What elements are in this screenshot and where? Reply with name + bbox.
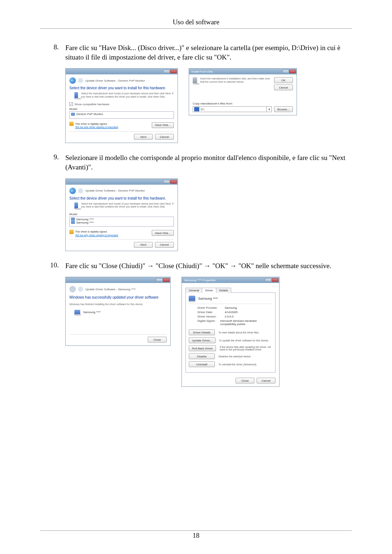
model-name: Generic PnP Monitor — [76, 112, 103, 116]
device-name: Samsung **** — [83, 311, 101, 314]
dialog-info: Select the manufacturer and model of you… — [81, 92, 174, 98]
model-label: Model — [69, 107, 174, 111]
nav-bar: ← Update Driver Software - Generic PnP M… — [69, 77, 174, 84]
cancel-button[interactable]: Cancel — [155, 242, 174, 248]
step-8: 8. Fare clic su "Have Disk... (Disco dri… — [40, 43, 352, 62]
list-item[interactable]: Samsung **** — [71, 218, 172, 221]
properties-dialog: Samsung **** Properties General Driver D… — [181, 277, 279, 387]
value: 4/14/2005 — [225, 311, 238, 314]
model-list[interactable]: Generic PnP Monitor — [69, 111, 174, 119]
browse-button[interactable]: Browse... — [274, 106, 293, 112]
step-text: Selezionare il modello che corrisponde a… — [65, 153, 352, 172]
checkbox-icon: ✓ — [69, 102, 73, 106]
label: Driver Date: — [197, 311, 225, 314]
step-10-figures: ← Update Driver Software - Samsung **** … — [40, 277, 352, 387]
help-icon[interactable] — [282, 70, 289, 73]
back-icon[interactable]: ← — [69, 188, 76, 194]
close-icon[interactable] — [289, 70, 296, 73]
model-name: Samsung **** — [76, 221, 94, 224]
title-text: Samsung **** Properties — [183, 279, 216, 282]
model-list[interactable]: Samsung **** Samsung **** — [69, 217, 174, 227]
driver-details-button[interactable]: Driver Details — [189, 329, 215, 335]
signing-link[interactable]: Tell me why driver signing is important — [75, 126, 150, 128]
close-icon[interactable] — [170, 70, 177, 73]
value: 2.0.0.0 — [225, 315, 233, 318]
disable-button[interactable]: Disable — [189, 353, 215, 359]
rollback-button[interactable]: Roll Back Driver — [189, 345, 216, 351]
titlebar: Samsung **** Properties — [182, 277, 279, 283]
dialog-heading: Select the device driver you want to ins… — [69, 86, 174, 90]
back-icon: ← — [69, 286, 76, 292]
cancel-button[interactable]: Cancel — [155, 134, 174, 140]
chevron-down-icon[interactable]: ▾ — [266, 107, 271, 112]
tab-driver[interactable]: Driver — [202, 288, 216, 293]
value: Samsung — [225, 306, 237, 309]
titlebar — [66, 179, 177, 185]
device-name: Samsung **** — [198, 297, 218, 300]
label: Driver Version: — [197, 315, 225, 318]
tab-details[interactable]: Details — [216, 288, 231, 293]
ok-button[interactable]: OK — [274, 77, 293, 83]
desc: Disables the selected device. — [219, 355, 272, 358]
close-button[interactable]: Close — [236, 378, 254, 383]
cancel-button[interactable]: Cancel — [274, 85, 293, 90]
minimize-icon[interactable] — [156, 278, 163, 282]
page-footer: 18 — [40, 530, 352, 539]
next-button[interactable]: Next — [134, 134, 153, 140]
step-text: Fare clic su "Have Disk... (Disco driver… — [65, 43, 352, 62]
document-page: Uso del software 8. Fare clic su "Have D… — [0, 0, 392, 554]
page-number: 18 — [40, 532, 352, 539]
close-icon[interactable] — [163, 278, 170, 282]
list-item[interactable]: Samsung **** — [71, 221, 172, 224]
tab-panel: Samsung **** Driver Provider:Samsung Dri… — [185, 292, 275, 373]
value: microsoft windows hardware compatibility… — [220, 319, 272, 326]
dialog-info: Select the manufacturer and model of you… — [81, 202, 174, 209]
help-icon[interactable] — [265, 278, 271, 282]
uninstall-button[interactable]: Uninstall — [189, 361, 215, 367]
have-disk-button[interactable]: Have Disk... — [152, 230, 174, 236]
forward-icon — [78, 188, 83, 193]
cancel-button[interactable]: Cancel — [257, 378, 275, 383]
forward-icon — [78, 78, 83, 83]
monitor-icon — [74, 310, 80, 315]
minimize-icon[interactable] — [163, 70, 170, 73]
list-item[interactable]: Generic PnP Monitor — [71, 112, 172, 116]
label: Driver Provider: — [197, 306, 225, 309]
titlebar: Install From Disk — [189, 69, 297, 74]
close-button[interactable]: Close — [148, 337, 167, 342]
show-compatible-checkbox[interactable]: ✓ Show compatible hardware — [69, 102, 174, 106]
step-number: 9. — [40, 153, 65, 172]
signed-text: This driver is digitally signed. — [75, 123, 107, 125]
window-controls — [163, 180, 177, 184]
close-icon[interactable] — [272, 278, 278, 282]
signed-text: This driver is digitally signed. — [75, 230, 107, 233]
copy-from-label: Copy manufacturer's files from: — [193, 102, 293, 105]
step-number: 8. — [40, 43, 65, 62]
have-disk-button[interactable]: Have Disk... — [152, 122, 174, 128]
step-10: 10. Fare clic su "Close (Chiudi)" → "Clo… — [40, 261, 352, 271]
monitor-icon — [71, 218, 75, 221]
monitor-icon — [189, 296, 195, 301]
monitor-icon — [71, 221, 75, 224]
path-combo[interactable]: D:\ ▾ — [193, 106, 272, 112]
sub-text: Windows has finished installing the driv… — [69, 303, 167, 306]
dialog-heading: Windows has successfully updated your dr… — [69, 295, 167, 299]
step-9-figures: ← Update Driver Software - Generic PnP M… — [40, 178, 352, 251]
step-number: 10. — [40, 261, 65, 271]
install-from-disk-dialog: Install From Disk Insert the manufacture… — [189, 68, 297, 115]
tabs: General Driver Details — [185, 288, 275, 293]
signing-link[interactable]: Tell me why driver signing is important — [75, 234, 150, 237]
tab-general[interactable]: General — [185, 288, 202, 293]
step-text: Fare clic su "Close (Chiudi)" → "Close (… — [65, 261, 352, 271]
next-button[interactable]: Next — [134, 242, 153, 248]
desc: To view details about the driver files. — [219, 331, 272, 334]
nav-bar: ← Update Driver Software - Samsung **** — [69, 286, 167, 292]
step-8-figures: ← Update Driver Software - Generic PnP M… — [40, 68, 352, 143]
close-icon[interactable] — [170, 180, 177, 184]
desc: To uninstall the driver (Advanced). — [219, 363, 272, 366]
update-driver-button[interactable]: Update Driver... — [189, 337, 216, 343]
minimize-icon[interactable] — [163, 180, 170, 184]
back-icon[interactable]: ← — [69, 77, 76, 84]
dialog-info: Insert the manufacturer's installation d… — [200, 77, 271, 83]
desc: If the device fails after updating the d… — [220, 346, 272, 351]
